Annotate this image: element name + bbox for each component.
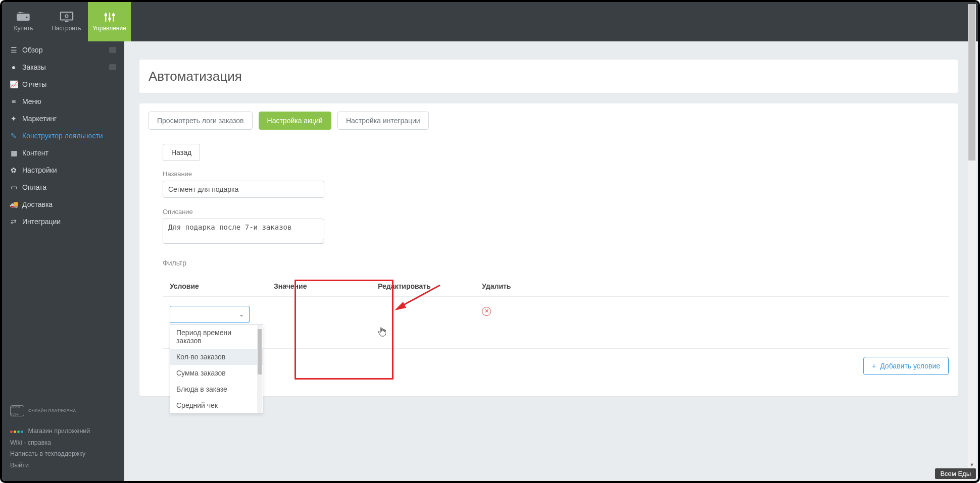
footer-link-store[interactable]: Магазин приложений: [10, 425, 116, 437]
promo-settings-button[interactable]: Настройка акций: [259, 112, 331, 130]
sidebar-item-menu[interactable]: ≡ Меню: [2, 93, 124, 110]
svg-point-1: [65, 15, 68, 18]
dropdown-option-period[interactable]: Период времени заказов: [170, 325, 263, 349]
sidebar-item-marketing[interactable]: ✦ Маркетинг: [2, 110, 124, 127]
dropdown-option-count[interactable]: Кол-во заказов: [170, 349, 263, 365]
svg-point-3: [104, 14, 107, 16]
sidebar-item-overview[interactable]: ☰ Обзор: [2, 41, 124, 59]
sidebar-item-label: Доставка: [22, 200, 53, 208]
delete-row-button[interactable]: ✕: [482, 307, 491, 316]
page-scrollbar[interactable]: ▲ ▼: [968, 4, 976, 469]
footer-link-label: Магазин приложений: [28, 427, 90, 435]
brand-logo-icon: Всем Еды: [10, 405, 24, 416]
sidebar-item-label: Оплата: [22, 183, 46, 191]
gear-icon: ✿: [10, 167, 17, 174]
name-label: Название: [163, 170, 949, 178]
filter-table-row: ⌄ Период времени заказов Кол-во заказов …: [163, 297, 949, 349]
col-header-edit: Редактировать: [378, 282, 482, 290]
brand-subtitle: ОНЛАЙН ПЛАТФОРМА: [28, 407, 76, 414]
truck-icon: 🚚: [10, 201, 17, 208]
sidebar-item-content[interactable]: ▦ Контент: [2, 144, 124, 162]
chart-icon: 📈: [10, 81, 17, 88]
topbar-buy-label: Купить: [14, 25, 33, 32]
sidebar-item-label: Заказы: [22, 63, 46, 71]
grid-icon: ▦: [10, 149, 17, 156]
sidebar-item-label: Настройки: [22, 166, 57, 174]
chevron-down-icon: ⌄: [239, 311, 244, 318]
dropdown-scrollbar[interactable]: [257, 325, 262, 413]
sidebar-item-label: Меню: [22, 97, 41, 105]
add-condition-label: Добавить условие: [880, 362, 940, 370]
footer-link-wiki[interactable]: Wiki - справка: [10, 437, 116, 449]
topbar: Купить Настроить Управление: [2, 2, 978, 41]
link-icon: ⇄: [10, 218, 17, 225]
dot-icon: ●: [10, 64, 17, 71]
integration-settings-button[interactable]: Настройка интеграции: [337, 112, 429, 130]
name-input[interactable]: [163, 181, 324, 198]
filter-table-header: Условие Значение Редактировать Удалить: [163, 276, 949, 297]
footer-link-support[interactable]: Написать в техподдержку: [10, 448, 116, 460]
sliders-icon: [103, 12, 117, 23]
menu-icon: ≡: [10, 98, 17, 105]
dropdown-option-dishes[interactable]: Блюда в заказе: [170, 381, 263, 397]
sidebar-item-label: Интеграции: [22, 218, 61, 226]
main-content: Автоматизация Просмотреть логи заказов Н…: [124, 41, 978, 481]
sidebar-item-label: Отчеты: [22, 80, 46, 88]
sidebar-item-settings[interactable]: ✿ Настройки: [2, 162, 124, 179]
condition-select[interactable]: ⌄: [170, 306, 250, 323]
scroll-thumb[interactable]: [968, 4, 975, 160]
topbar-setup-label: Настроить: [52, 25, 81, 32]
condition-dropdown: Период времени заказов Кол-во заказов Су…: [170, 324, 263, 414]
sidebar-item-label: Маркетинг: [22, 115, 57, 123]
add-condition-button[interactable]: + Добавить условие: [863, 357, 949, 375]
topbar-setup[interactable]: Настроить: [45, 2, 88, 41]
description-label: Описание: [163, 208, 949, 216]
brand-pill: Всем Еды: [935, 468, 976, 479]
card-icon: ▭: [10, 184, 17, 191]
plus-icon: +: [872, 362, 876, 370]
main-card: Просмотреть логи заказов Настройка акций…: [139, 103, 958, 396]
col-header-delete: Удалить: [482, 282, 942, 290]
sidebar-item-label: Обзор: [22, 46, 42, 54]
sidebar-item-orders[interactable]: ● Заказы: [2, 59, 124, 76]
filter-label: Фильтр: [163, 259, 949, 267]
sidebar-footer: Всем Еды ОНЛАЙН ПЛАТФОРМА Магазин прилож…: [2, 399, 124, 481]
plus-icon: ✦: [10, 115, 17, 122]
list-icon: ☰: [10, 46, 17, 53]
scroll-down-icon[interactable]: ▼: [968, 461, 976, 469]
sidebar-item-delivery[interactable]: 🚚 Доставка: [2, 196, 124, 213]
sidebar-item-payment[interactable]: ▭ Оплата: [2, 179, 124, 196]
dropdown-option-sum[interactable]: Сумма заказов: [170, 365, 263, 381]
col-header-value: Значение: [274, 282, 378, 290]
page-header-card: Автоматизация: [139, 60, 958, 93]
svg-rect-2: [65, 21, 68, 22]
badge-icon: [109, 47, 116, 53]
svg-point-5: [112, 14, 115, 16]
sidebar-item-label: Конструктор лояльности: [22, 132, 103, 140]
back-button[interactable]: Назад: [163, 144, 200, 161]
sidebar-item-integrations[interactable]: ⇄ Интеграции: [2, 213, 124, 230]
topbar-manage-label: Управление: [92, 25, 126, 32]
footer-link-exit[interactable]: Выйти: [10, 460, 116, 471]
sidebar-item-label: Контент: [22, 149, 48, 157]
monitor-gear-icon: [60, 12, 74, 23]
sidebar: ☰ Обзор ● Заказы 📈 Отчеты ≡ Меню: [2, 41, 124, 481]
dropdown-option-avg[interactable]: Средний чек: [170, 397, 263, 413]
page-title: Автоматизация: [149, 69, 949, 84]
description-textarea[interactable]: Для подарка после 7-и заказов: [163, 219, 324, 244]
dots-icon: [10, 431, 23, 433]
pencil-icon: ✎: [10, 132, 17, 139]
svg-rect-0: [60, 12, 72, 20]
view-logs-button[interactable]: Просмотреть логи заказов: [149, 112, 253, 130]
badge-icon: [109, 64, 116, 70]
sidebar-item-loyalty[interactable]: ✎ Конструктор лояльности: [2, 127, 124, 144]
col-header-condition: Условие: [170, 282, 274, 290]
wallet-icon: [17, 12, 31, 23]
topbar-manage[interactable]: Управление: [88, 2, 131, 41]
svg-point-4: [108, 18, 111, 21]
sidebar-item-reports[interactable]: 📈 Отчеты: [2, 76, 124, 93]
topbar-buy[interactable]: Купить: [2, 2, 45, 41]
